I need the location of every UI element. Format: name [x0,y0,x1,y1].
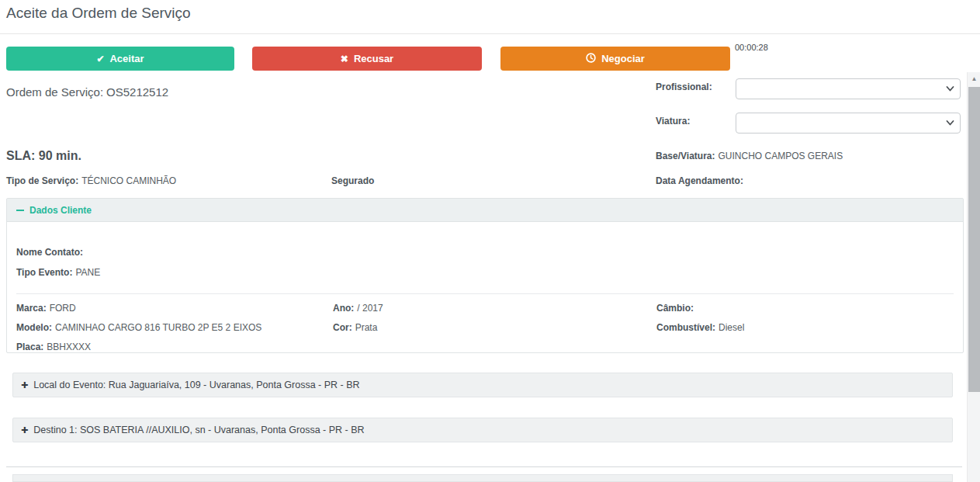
plus-icon: ✚ [21,380,28,390]
dados-cliente-title: Dados Cliente [29,205,92,216]
tipo-evento-value: PANE [75,267,100,278]
order-number-label: Ordem de Serviço: [6,85,103,99]
order-number: Ordem de Serviço:OS5212512 [6,85,171,99]
sla-text: SLA: 90 min. [6,149,81,163]
marca-label: Marca: [16,303,47,314]
negotiate-button[interactable]: Negociar [500,47,730,71]
nome-contato-field: Nome Contato: [16,247,86,258]
countdown-timer: 00:00:28 [735,43,768,52]
local-evento-title: Local do Evento: Rua Jaguariaíva, 109 - … [33,380,359,390]
local-evento-accordion[interactable]: ✚ Local do Evento: Rua Jaguariaíva, 109 … [12,373,953,397]
viatura-label: Viatura: [656,116,690,127]
data-agendamento-label: Data Agendamento: [656,175,743,186]
placa-field: Placa:BBHXXXX [16,342,91,352]
clock-icon [586,53,596,64]
negotiate-button-label: Negociar [601,53,645,64]
accept-button[interactable]: ✔ Aceitar [6,47,234,71]
placa-value: BBHXXXX [47,342,91,352]
next-section-partial[interactable] [12,474,953,482]
data-agendamento: Data Agendamento: [656,175,746,186]
scrollbar-thumb[interactable] [968,87,980,392]
combustivel-field: Combustível:Diesel [656,322,744,333]
scrollbar[interactable]: ▲ [967,72,980,482]
modelo-value: CAMINHAO CARGO 816 TURBO 2P E5 2 EIXOS [55,322,261,333]
plus-icon: ✚ [21,425,28,435]
order-number-value: OS5212512 [106,85,168,99]
profissional-select[interactable] [736,78,961,99]
scroll-up-icon[interactable]: ▲ [968,72,980,85]
marca-value: FORD [50,303,76,314]
dados-cliente-panel: Dados Cliente Nome Contato: Tipo Evento:… [6,198,964,353]
tipo-servico-value: TÉCNICO CAMINHÃO [81,175,176,186]
modelo-field: Modelo:CAMINHAO CARGO 816 TURBO 2P E5 2 … [16,322,261,333]
check-icon: ✔ [96,54,104,64]
combustivel-label: Combustível: [656,322,715,333]
tipo-evento-label: Tipo Evento: [16,267,72,278]
cor-field: Cor:Prata [333,322,377,333]
dados-cliente-body: Nome Contato: Tipo Evento:PANE Marca:FOR… [7,222,963,352]
profissional-label: Profissional: [656,81,712,92]
refuse-button[interactable]: ✖ Recusar [252,47,482,71]
segurado-label: Segurado [331,175,374,186]
viatura-select-wrap [736,113,961,134]
tipo-servico-label: Tipo de Serviço: [6,175,78,186]
ano-field: Ano:/ 2017 [333,303,383,314]
ano-value: / 2017 [357,303,383,314]
refuse-button-label: Recusar [354,53,393,64]
x-icon: ✖ [341,54,348,64]
profissional-select-wrap [736,78,961,99]
nome-contato-label: Nome Contato: [16,247,83,258]
body-divider [16,293,954,294]
base-viatura: Base/Viatura:GUINCHO CAMPOS GERAIS [656,151,843,161]
dados-cliente-header[interactable]: Dados Cliente [7,199,963,222]
ano-label: Ano: [333,303,354,314]
minus-icon [16,210,24,211]
page-title: Aceite da Ordem de Serviço [6,5,191,22]
cor-value: Prata [355,322,378,333]
modelo-label: Modelo: [16,322,52,333]
cambio-field: Câmbio: [656,303,697,314]
tipo-evento-field: Tipo Evento:PANE [16,267,100,278]
bottom-divider [6,466,962,467]
base-viatura-label: Base/Viatura: [656,151,715,161]
marca-field: Marca:FORD [16,303,76,314]
accept-button-label: Aceitar [109,53,144,64]
placa-label: Placa: [16,342,43,352]
cor-label: Cor: [333,322,352,333]
combustivel-value: Diesel [719,322,744,333]
destino1-accordion[interactable]: ✚ Destino 1: SOS BATERIA //AUXILIO, sn -… [12,418,953,442]
tipo-servico: Tipo de Serviço:TÉCNICO CAMINHÃO [6,175,176,186]
base-viatura-value: GUINCHO CAMPOS GERAIS [718,151,843,161]
destino1-title: Destino 1: SOS BATERIA //AUXILIO, sn - U… [33,425,364,435]
title-divider [0,33,980,34]
cambio-label: Câmbio: [656,303,694,314]
viatura-select[interactable] [736,113,961,134]
